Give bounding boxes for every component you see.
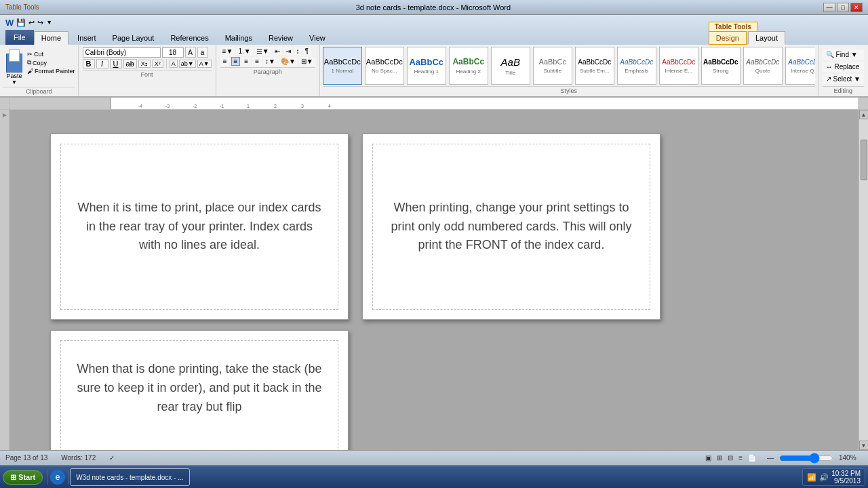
taskbar-doc-name: 3d note cards - template.docx - ... xyxy=(83,474,184,481)
copy-button[interactable]: ⧉ Copy xyxy=(27,59,75,66)
find-button[interactable]: 🔍 Find ▼ xyxy=(823,49,864,60)
minimize-button[interactable]: — xyxy=(823,3,835,12)
style-normal[interactable]: AaBbCcDc 1 Normal xyxy=(323,47,362,85)
scroll-track[interactable] xyxy=(859,119,868,441)
show-marks-button[interactable]: ¶ xyxy=(303,47,311,56)
document-area: ◀ When it is time to print, place our in… xyxy=(0,110,868,450)
highlight-button[interactable]: ab▼ xyxy=(179,60,196,68)
scroll-up-button[interactable]: ▲ xyxy=(859,110,869,119)
style-strong[interactable]: AaBbCcDc Strong xyxy=(701,47,741,85)
view-draft-icon[interactable]: 📄 xyxy=(748,454,756,462)
view-fullscreen-icon[interactable]: ⊞ xyxy=(717,454,722,462)
view-outline-icon[interactable]: ≡ xyxy=(738,454,743,462)
align-right-button[interactable]: ≡ xyxy=(241,57,251,66)
paste-button[interactable]: Paste ▼ xyxy=(3,48,26,87)
style-emphasis[interactable]: AaBbCcDc Emphasis xyxy=(617,47,656,85)
view-web-icon[interactable]: ⊟ xyxy=(728,454,733,462)
start-label: Start xyxy=(18,473,35,481)
tab-mailings[interactable]: Mailings xyxy=(218,31,260,45)
cut-label: Cut xyxy=(34,51,43,58)
scroll-down-button[interactable]: ▼ xyxy=(859,441,869,450)
increase-indent-button[interactable]: ⇥ xyxy=(283,47,293,56)
borders-button[interactable]: ⊞▼ xyxy=(299,57,315,66)
tab-table-design[interactable]: Design xyxy=(709,31,747,45)
ie-icon[interactable]: e xyxy=(50,470,65,485)
bullets-button[interactable]: ≡▼ xyxy=(220,47,235,56)
font-grow-button[interactable]: A xyxy=(185,47,196,58)
style-intense-q[interactable]: AaBbCcDc Intense Q... xyxy=(785,47,815,85)
tab-review[interactable]: Review xyxy=(261,31,300,45)
network-icon: 📶 xyxy=(807,473,816,482)
zoom-slider[interactable] xyxy=(779,453,833,464)
view-print-icon[interactable]: ▣ xyxy=(705,454,711,462)
title-bar-title: 3d note cards - template.docx - Microsof… xyxy=(43,3,823,12)
numbering-button[interactable]: 1.▼ xyxy=(236,47,252,56)
word-count: Words: 172 xyxy=(61,454,96,462)
start-button[interactable]: ⊞ Start xyxy=(3,470,43,485)
style-subtle-em[interactable]: AaBbCcDc Subtle Em... xyxy=(575,47,614,85)
italic-button[interactable]: I xyxy=(96,59,108,68)
tab-view[interactable]: View xyxy=(302,31,333,45)
superscript-button[interactable]: X² xyxy=(152,60,163,68)
style-title[interactable]: AaB Title xyxy=(491,47,530,85)
paste-dropdown[interactable]: ▼ xyxy=(12,79,17,85)
font-shrink-button[interactable]: a xyxy=(197,47,208,58)
ribbon-body: Paste ▼ ✂ Cut ⧉ Copy 🖌 Format Painter Cl… xyxy=(0,45,868,98)
text-effect-button[interactable]: A xyxy=(170,60,178,68)
paragraph-label: Paragraph xyxy=(220,67,315,75)
strikethrough-button[interactable]: ab xyxy=(123,59,137,68)
style-heading2[interactable]: AaBbCc Heading 2 xyxy=(449,47,488,85)
style-intense-e[interactable]: AaBbCcDc Intense E... xyxy=(659,47,698,85)
close-button[interactable]: ✕ xyxy=(850,3,863,12)
redo-icon[interactable]: ↪ xyxy=(37,18,43,27)
format-painter-button[interactable]: 🖌 Format Painter xyxy=(27,68,75,75)
font-name-input[interactable] xyxy=(83,47,161,58)
decrease-indent-button[interactable]: ⇤ xyxy=(273,47,282,56)
copy-label: Copy xyxy=(33,60,47,66)
system-tray: 📶 🔊 10:32 PM 9/5/2013 xyxy=(802,468,865,486)
volume-icon: 🔊 xyxy=(819,473,829,482)
underline-button[interactable]: U xyxy=(110,59,122,68)
style-heading1[interactable]: AaBbCc Heading 1 xyxy=(407,47,446,85)
card-1-text: When it is time to print, place our inde… xyxy=(75,199,324,256)
word-icon: W xyxy=(76,474,82,481)
scroll-handle[interactable] xyxy=(861,140,867,180)
card-1: When it is time to print, place our inde… xyxy=(50,134,349,320)
title-bar-controls[interactable]: — □ ✕ xyxy=(823,3,863,12)
line-spacing-button[interactable]: ↕▼ xyxy=(263,57,277,66)
maximize-button[interactable]: □ xyxy=(837,3,849,12)
clock: 10:32 PM xyxy=(831,470,861,477)
align-center-button[interactable]: ≡ xyxy=(231,57,241,66)
multilevel-button[interactable]: ☰▼ xyxy=(254,47,271,56)
shading-button[interactable]: 🎨▼ xyxy=(279,57,298,66)
word-icon: W xyxy=(5,18,14,28)
word-taskbar-button[interactable]: W 3d note cards - template.docx - ... xyxy=(70,468,189,486)
tab-page-layout[interactable]: Page Layout xyxy=(105,31,162,45)
undo-icon[interactable]: ↩ xyxy=(28,18,35,27)
doc-scroll-area[interactable]: When it is time to print, place our inde… xyxy=(9,110,859,450)
style-subtitle[interactable]: AaBbCc Subtitle xyxy=(533,47,572,85)
font-size-input[interactable]: 18 xyxy=(162,47,184,58)
tab-table-layout[interactable]: Layout xyxy=(748,31,785,45)
style-quote[interactable]: AaBbCcDc Quote xyxy=(743,47,783,85)
bold-button[interactable]: B xyxy=(83,59,95,68)
status-bar: Page 13 of 13 Words: 172 ✓ ▣ ⊞ ⊟ ≡ 📄 — 1… xyxy=(0,450,868,465)
sort-button[interactable]: ↕ xyxy=(294,47,302,56)
select-button[interactable]: ↗ Select ▼ xyxy=(823,74,864,84)
tab-home[interactable]: Home xyxy=(34,31,68,45)
ruler: -4 -3 -2 -1 1 2 3 4 xyxy=(0,98,868,110)
style-no-spacing[interactable]: AaBbCcDc No Spac... xyxy=(365,47,404,85)
justify-button[interactable]: ≡ xyxy=(252,57,262,66)
font-color-button[interactable]: A▼ xyxy=(197,60,212,68)
tab-file[interactable]: File xyxy=(5,30,34,45)
tab-references[interactable]: References xyxy=(163,31,216,45)
replace-button[interactable]: ↔ Replace xyxy=(823,62,864,72)
save-icon[interactable]: 💾 xyxy=(16,18,26,27)
vertical-scrollbar[interactable]: ▲ ▼ xyxy=(859,110,868,450)
tab-insert[interactable]: Insert xyxy=(70,31,104,45)
quick-launch: e xyxy=(47,470,68,485)
cut-button[interactable]: ✂ Cut xyxy=(27,51,75,58)
align-left-button[interactable]: ≡ xyxy=(220,57,230,66)
subscript-button[interactable]: X₂ xyxy=(138,60,151,68)
qa-dropdown-icon[interactable]: ▼ xyxy=(46,19,52,26)
